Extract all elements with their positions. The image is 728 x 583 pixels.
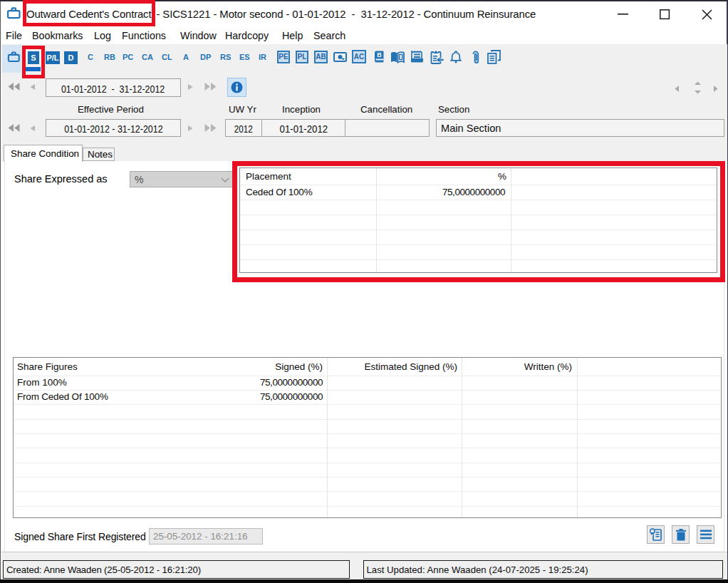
svg-text:B: B — [377, 51, 382, 58]
